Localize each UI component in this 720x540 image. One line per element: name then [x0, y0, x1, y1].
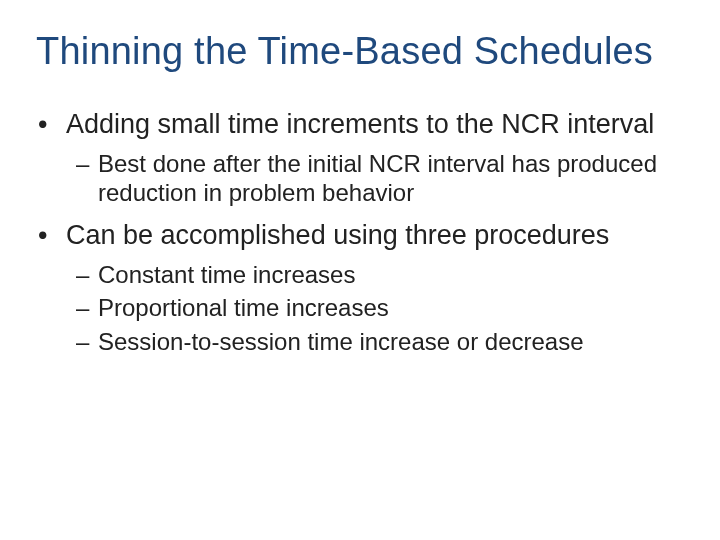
bullet-text: Can be accomplished using three procedur… [66, 219, 684, 252]
bullet-dash-icon: – [76, 293, 98, 322]
bullet-text: Proportional time increases [98, 293, 684, 322]
bullet-level1: • Can be accomplished using three proced… [36, 219, 684, 252]
bullet-text: Constant time increases [98, 260, 684, 289]
bullet-level1: • Adding small time increments to the NC… [36, 108, 684, 141]
bullet-level2: – Best done after the initial NCR interv… [76, 149, 684, 208]
slide-title: Thinning the Time-Based Schedules [36, 30, 684, 74]
bullet-dot-icon: • [36, 219, 66, 252]
bullet-text: Adding small time increments to the NCR … [66, 108, 684, 141]
bullet-level2: – Session-to-session time increase or de… [76, 327, 684, 356]
bullet-dash-icon: – [76, 260, 98, 289]
bullet-dash-icon: – [76, 327, 98, 356]
slide: Thinning the Time-Based Schedules • Addi… [0, 0, 720, 540]
bullet-dash-icon: – [76, 149, 98, 208]
spacer [36, 211, 684, 219]
bullet-level2: – Constant time increases [76, 260, 684, 289]
bullet-dot-icon: • [36, 108, 66, 141]
bullet-level2: – Proportional time increases [76, 293, 684, 322]
bullet-text: Best done after the initial NCR interval… [98, 149, 684, 208]
bullet-text: Session-to-session time increase or decr… [98, 327, 684, 356]
slide-body: • Adding small time increments to the NC… [36, 108, 684, 356]
